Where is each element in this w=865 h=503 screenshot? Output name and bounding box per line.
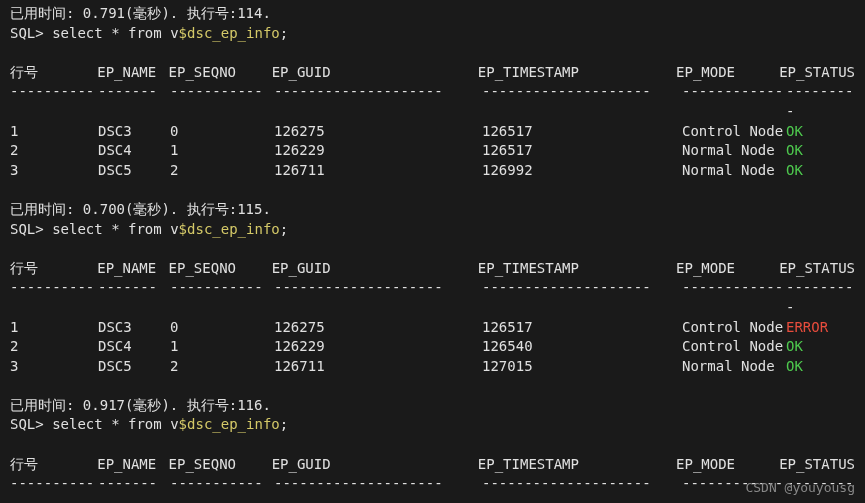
watermark: CSDN @youyousg [745,479,855,497]
timing-line: 已用时间: 0.917(毫秒). 执行号:116. [10,396,855,416]
status-badge: OK [786,161,855,181]
timing-line: 已用时间: 0.791(毫秒). 执行号:114. [10,4,855,24]
table-divider: ---------- ------- ----------- ---------… [10,474,855,503]
table-row: 1DSC30126275126517Control NodeOK [10,122,855,142]
sql-line[interactable]: SQL> select * from v$dsc_ep_info; [10,220,855,240]
table-row: 3DSC52126711126992Normal NodeOK [10,161,855,181]
status-badge: OK [786,141,855,161]
timing-line: 已用时间: 0.700(毫秒). 执行号:115. [10,200,855,220]
status-badge: OK [786,337,855,357]
status-badge: OK [786,122,855,142]
table-header: 行号 EP_NAME EP_SEQNO EP_GUID EP_TIMESTAMP… [10,455,855,475]
table-divider: ---------- ------- ----------- ---------… [10,82,855,121]
table-row: 3DSC52126711127015Normal NodeOK [10,357,855,377]
status-badge: OK [786,357,855,377]
table-row: 2DSC41126229126517Normal NodeOK [10,141,855,161]
table-divider: ---------- ------- ----------- ---------… [10,278,855,317]
status-badge: ERROR [786,318,855,338]
table-row: 2DSC41126229126540Control NodeOK [10,337,855,357]
table-row: 1DSC30126275126517Control NodeERROR [10,318,855,338]
sql-line[interactable]: SQL> select * from v$dsc_ep_info; [10,415,855,435]
table-header: 行号 EP_NAME EP_SEQNO EP_GUID EP_TIMESTAMP… [10,259,855,279]
terminal-output: 已用时间: 0.791(毫秒). 执行号:114. SQL> select * … [10,4,855,503]
sql-line[interactable]: SQL> select * from v$dsc_ep_info; [10,24,855,44]
table-header: 行号 EP_NAME EP_SEQNO EP_GUID EP_TIMESTAMP… [10,63,855,83]
